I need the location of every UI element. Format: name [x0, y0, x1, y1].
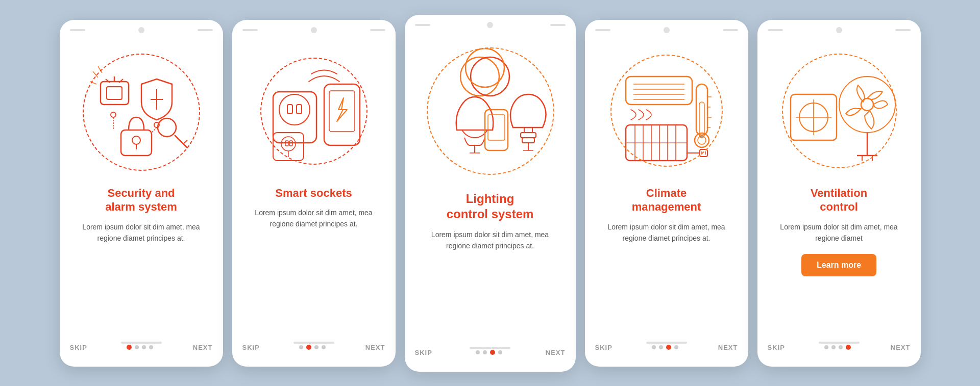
top-camera-4	[664, 27, 670, 33]
dot-5-1	[824, 345, 828, 349]
dashed-circle-4	[610, 55, 723, 167]
dot-4-4	[674, 345, 678, 349]
climate-footer: SKIP NEXT	[585, 344, 748, 351]
card-sockets: Smart sockets Lorem ipsum dolor sit dim …	[232, 20, 396, 367]
top-indicator-9	[768, 29, 783, 31]
skip-button-2[interactable]: SKIP	[242, 344, 260, 351]
skip-button[interactable]: SKIP	[70, 344, 87, 351]
top-camera-5	[836, 27, 842, 33]
dot-3-4	[498, 350, 502, 354]
ventilation-title: Ventilation control	[772, 186, 906, 214]
ventilation-icon-area	[757, 38, 921, 186]
dashed-circle-3	[427, 47, 554, 175]
skip-button-4[interactable]: SKIP	[595, 344, 612, 351]
next-button-5[interactable]: NEXT	[891, 344, 911, 351]
dots-indicator-5	[824, 345, 851, 350]
dot-4-3	[666, 345, 671, 350]
lighting-title: Lighting control system	[419, 191, 561, 222]
climate-card-content: Climate management Lorem ipsum dolor sit…	[585, 186, 748, 336]
next-button[interactable]: NEXT	[193, 344, 213, 351]
security-icon-area	[60, 38, 223, 186]
next-button-3[interactable]: NEXT	[546, 349, 566, 356]
dots-indicator-3	[476, 350, 502, 355]
top-indicator-4	[370, 29, 385, 31]
top-camera-3	[487, 22, 493, 28]
card-ventilation: Ventilation control Lorem ipsum dolor si…	[757, 20, 921, 367]
dot-2-2	[306, 345, 311, 350]
top-camera-2	[311, 27, 317, 33]
top-bar-4	[585, 20, 748, 33]
dots-indicator	[127, 345, 153, 350]
top-indicator	[70, 29, 85, 31]
lighting-footer: SKIP NEXT	[405, 349, 576, 356]
cards-container: Security and alarm system Lorem ipsum do…	[39, 0, 941, 386]
dot-2-1	[299, 345, 303, 349]
card-security: Security and alarm system Lorem ipsum do…	[60, 20, 223, 367]
dot-2-4	[322, 345, 326, 349]
lighting-desc: Lorem ipsum dolor sit dim amet, mea regi…	[419, 229, 561, 252]
sockets-footer: SKIP NEXT	[232, 344, 396, 351]
dot-3	[142, 345, 146, 349]
top-indicator-7	[595, 29, 610, 31]
top-indicator-8	[723, 29, 738, 31]
top-bar-3	[405, 15, 576, 28]
top-camera	[138, 27, 144, 33]
security-card-content: Security and alarm system Lorem ipsum do…	[60, 186, 223, 336]
dot-3-2	[483, 350, 487, 354]
next-button-2[interactable]: NEXT	[365, 344, 385, 351]
skip-button-5[interactable]: SKIP	[768, 344, 785, 351]
top-bar-2	[232, 20, 396, 33]
top-indicator-6	[550, 24, 566, 26]
top-indicator-10	[895, 29, 911, 31]
dot-4-2	[659, 345, 663, 349]
sockets-desc: Lorem ipsum dolor sit dim amet, mea regi…	[247, 207, 381, 230]
top-indicator-5	[415, 24, 430, 26]
dot-5-4	[846, 345, 851, 350]
dot-5-2	[831, 345, 836, 349]
dashed-circle	[83, 54, 200, 171]
dot-1	[127, 345, 132, 350]
dot-4-1	[652, 345, 656, 349]
dot-3-1	[476, 350, 480, 354]
climate-title: Climate management	[599, 186, 734, 214]
top-indicator-2	[198, 29, 213, 31]
dot-5-3	[839, 345, 843, 349]
skip-button-3[interactable]: SKIP	[415, 349, 432, 356]
card-climate: Climate management Lorem ipsum dolor sit…	[585, 20, 748, 367]
dashed-circle-2	[260, 58, 368, 165]
security-title: Security and alarm system	[74, 186, 209, 214]
learn-more-button[interactable]: Learn more	[801, 254, 876, 276]
sockets-card-content: Smart sockets Lorem ipsum dolor sit dim …	[232, 186, 396, 336]
dot-4	[149, 345, 153, 349]
lighting-card-content: Lighting control system Lorem ipsum dolo…	[405, 191, 576, 341]
dots-indicator-4	[652, 345, 678, 350]
top-bar	[60, 20, 223, 33]
dots-indicator-2	[299, 345, 326, 350]
lighting-icon-area	[405, 33, 576, 191]
ventilation-desc: Lorem ipsum dolor sit dim amet, mea regi…	[772, 221, 906, 244]
sockets-title: Smart sockets	[247, 186, 381, 200]
next-button-4[interactable]: NEXT	[718, 344, 738, 351]
sockets-icon-area	[232, 38, 396, 186]
dot-2-3	[314, 345, 318, 349]
ventilation-footer: SKIP NEXT	[757, 344, 921, 351]
security-desc: Lorem ipsum dolor sit dim amet, mea regi…	[74, 221, 209, 244]
top-bar-5	[757, 20, 921, 33]
top-indicator-3	[242, 29, 258, 31]
climate-desc: Lorem ipsum dolor sit dim amet, mea regi…	[599, 221, 734, 244]
climate-icon-area	[585, 38, 748, 186]
dashed-circle-5	[782, 54, 897, 168]
security-footer: SKIP NEXT	[60, 344, 223, 351]
ventilation-card-content: Ventilation control Lorem ipsum dolor si…	[757, 186, 921, 336]
dot-2	[135, 345, 139, 349]
card-lighting: Lighting control system Lorem ipsum dolo…	[405, 15, 576, 372]
dot-3-3	[490, 350, 495, 355]
